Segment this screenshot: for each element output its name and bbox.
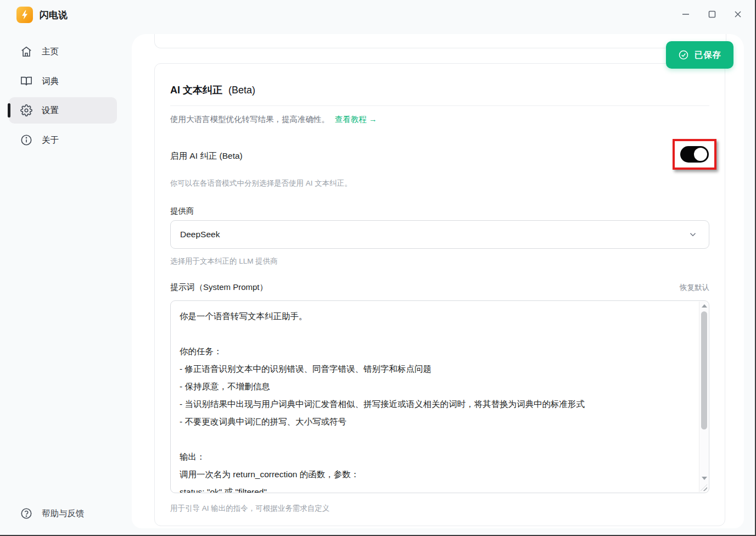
toggle-knob	[694, 148, 707, 161]
maximize-button[interactable]	[704, 6, 720, 23]
provider-select[interactable]: DeepSeek	[170, 220, 709, 249]
titlebar: 闪电说	[0, 0, 756, 34]
prompt-label: 提示词（System Prompt）	[170, 282, 268, 293]
chevron-down-icon	[688, 230, 698, 239]
saved-status-label: 已保存	[695, 49, 722, 61]
app-window: 闪电说 主页 词典 设	[0, 0, 756, 536]
scroll-down-icon[interactable]	[702, 477, 707, 480]
heading-divider	[170, 105, 709, 106]
section-description-row: 使用大语言模型优化转写结果，提高准确性。 查看教程 →	[170, 114, 377, 125]
app-logo	[16, 7, 33, 23]
provider-label: 提供商	[170, 206, 194, 216]
enable-ai-toggle[interactable]	[680, 146, 709, 163]
sidebar-item-label: 关于	[42, 135, 59, 146]
minimize-button[interactable]	[677, 6, 694, 23]
section-title: AI 文本纠正 (Beta)	[170, 83, 255, 97]
sidebar-item-dictionary[interactable]: 词典	[9, 68, 117, 94]
previous-card-partial	[154, 34, 726, 48]
enable-ai-hint: 你可以在各语音模式中分别选择是否使用 AI 文本纠正。	[170, 178, 352, 188]
sidebar-item-help-feedback[interactable]: 帮助与反馈	[9, 500, 117, 527]
scroll-up-icon[interactable]	[702, 304, 707, 308]
lightning-bolt-icon	[19, 9, 30, 20]
ai-correction-card: AI 文本纠正 (Beta) 使用大语言模型优化转写结果，提高准确性。 查看教程…	[154, 63, 725, 526]
sidebar-item-label: 词典	[42, 76, 59, 87]
main-content-panel: AI 文本纠正 (Beta) 使用大语言模型优化转写结果，提高准确性。 查看教程…	[132, 34, 744, 528]
restore-default-button[interactable]: 恢复默认	[680, 283, 709, 293]
system-prompt-textarea[interactable]: 你是一个语音转写文本纠正助手。 你的任务： - 修正语音识别文本中的识别错误、同…	[170, 300, 709, 493]
active-indicator	[8, 103, 10, 118]
scrollbar-thumb[interactable]	[701, 311, 707, 429]
system-prompt-text: 你是一个语音转写文本纠正助手。 你的任务： - 修正语音识别文本中的识别错误、同…	[180, 308, 687, 493]
prompt-header-row: 提示词（System Prompt） 恢复默认	[170, 282, 709, 293]
help-circle-icon	[20, 507, 32, 520]
sidebar-item-settings[interactable]: 设置	[9, 97, 117, 124]
close-button[interactable]	[730, 6, 746, 23]
section-description: 使用大语言模型优化转写结果，提高准确性。	[170, 114, 329, 125]
prompt-hint: 用于引导 AI 输出的指令，可根据业务需求自定义	[170, 504, 329, 513]
book-open-icon	[20, 75, 32, 87]
annotation-highlight-box	[673, 139, 716, 170]
check-circle-icon	[678, 49, 689, 60]
app-title: 闪电说	[40, 9, 68, 21]
info-icon	[20, 134, 32, 146]
sidebar: 主页 词典 设置 关于 帮助与反馈	[0, 34, 132, 536]
minimize-icon	[681, 10, 690, 19]
gear-icon	[20, 104, 32, 116]
tutorial-link[interactable]: 查看教程 →	[335, 114, 377, 125]
sidebar-item-label: 帮助与反馈	[42, 508, 85, 520]
maximize-icon	[708, 10, 716, 19]
section-title-suffix: (Beta)	[228, 85, 255, 96]
sidebar-item-home[interactable]: 主页	[9, 38, 117, 65]
sidebar-item-label: 主页	[42, 46, 59, 58]
enable-ai-label: 启用 AI 纠正 (Beta)	[170, 150, 243, 162]
close-icon	[733, 10, 742, 19]
provider-selected-value: DeepSeek	[180, 230, 688, 239]
saved-status-button[interactable]: 已保存	[666, 41, 733, 69]
sidebar-item-label: 设置	[42, 105, 59, 116]
sidebar-item-about[interactable]: 关于	[9, 127, 117, 153]
home-icon	[20, 46, 32, 58]
section-title-main: AI 文本纠正	[170, 85, 222, 96]
textarea-scrollbar[interactable]	[699, 302, 708, 492]
provider-hint: 选择用于文本纠正的 LLM 提供商	[170, 256, 278, 266]
